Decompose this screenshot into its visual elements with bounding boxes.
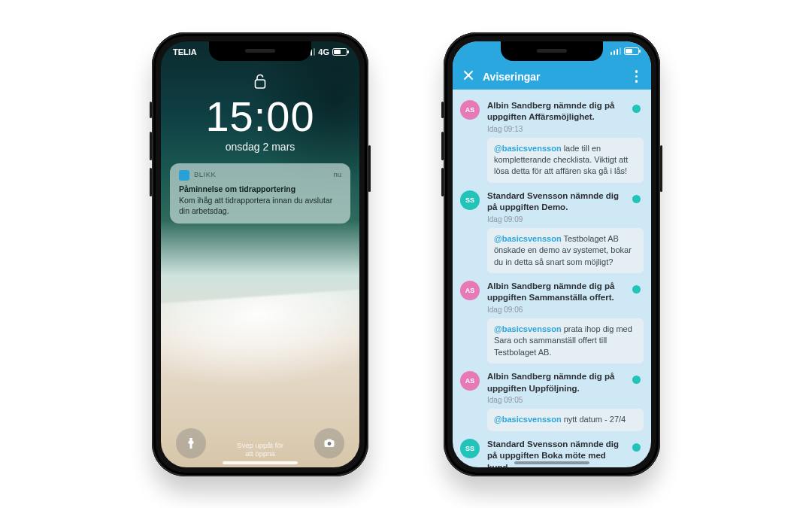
lock-open-icon <box>253 73 267 93</box>
unread-dot-icon <box>632 285 641 294</box>
volume-down-button[interactable] <box>441 168 444 196</box>
unread-dot-icon <box>632 105 641 113</box>
mention: @basicsvensson <box>494 415 562 424</box>
clock-date: onsdag 2 mars <box>226 141 295 153</box>
notification-timestamp: Idag 09:13 <box>487 125 644 133</box>
notification-app-name: BLIKK <box>194 170 216 180</box>
mention: @basicsvensson <box>494 144 562 153</box>
notification-message: @basicsvensson nytt datum - 27/4 <box>487 409 644 430</box>
volume-up-button[interactable] <box>150 132 152 160</box>
power-button[interactable] <box>660 145 662 192</box>
notification-item[interactable]: ASAlbin Sandberg nämnde dig på uppgiften… <box>460 367 644 433</box>
avatar: SS <box>460 439 480 458</box>
mention: @basicsvensson <box>494 324 562 333</box>
volume-down-button[interactable] <box>150 168 152 196</box>
notification-body: Kom ihåg att tidrapportera innan du avsl… <box>179 195 341 216</box>
volume-up-button[interactable] <box>441 132 444 160</box>
unread-dot-icon <box>632 195 641 203</box>
notification-timestamp: Idag 09:09 <box>487 215 644 224</box>
battery-icon <box>624 47 639 55</box>
network-label: 4G <box>318 47 329 56</box>
app-icon <box>179 170 189 181</box>
notification-item[interactable]: ASAlbin Sandberg nämnde dig på uppgiften… <box>460 96 644 186</box>
notification-title: Albin Sandberg nämnde dig på uppgiften U… <box>487 371 644 394</box>
power-button[interactable] <box>368 145 371 192</box>
notification-message: @basicsvensson prata ihop dig med Sara o… <box>487 318 644 364</box>
carrier-label: TELIA <box>173 47 197 56</box>
avatar: AS <box>460 371 480 391</box>
notification-item[interactable]: SSStandard Svensson nämnde dig på uppgif… <box>460 186 644 276</box>
notification-timestamp: Idag 09:06 <box>487 306 644 314</box>
phone-app: Aviseringar ASAlbin Sandberg nämnde dig … <box>444 32 660 476</box>
close-button[interactable] <box>463 70 474 84</box>
avatar: AS <box>460 100 480 120</box>
unread-dot-icon <box>632 443 641 452</box>
notification-title: Påminnelse om tidrapportering <box>179 184 341 194</box>
mute-switch[interactable] <box>441 102 444 118</box>
lockscreen-notification[interactable]: BLIKK nu Påminnelse om tidrapportering K… <box>170 163 350 224</box>
mention: @basicsvensson <box>494 234 562 243</box>
notification-list[interactable]: ASAlbin Sandberg nämnde dig på uppgiften… <box>453 90 651 467</box>
notification-title: Albin Sandberg nämnde dig på uppgiften A… <box>487 100 644 123</box>
signal-icon <box>611 47 622 55</box>
notification-timestamp: Idag 09:05 <box>487 396 644 404</box>
avatar: AS <box>460 281 480 300</box>
notification-message: @basicsvensson Testbolaget AB önskade en… <box>487 228 644 273</box>
notification-title: Albin Sandberg nämnde dig på uppgiften S… <box>487 281 644 304</box>
home-indicator[interactable] <box>514 461 589 464</box>
notification-timestamp: nu <box>333 170 341 180</box>
notification-message: @basicsvensson lade till en kompletteran… <box>487 138 644 183</box>
mute-switch[interactable] <box>150 102 152 118</box>
more-menu-button[interactable] <box>632 67 641 86</box>
notification-item[interactable]: ASAlbin Sandberg nämnde dig på uppgiften… <box>460 276 644 367</box>
notification-title: Standard Svensson nämnde dig på uppgifte… <box>487 190 644 214</box>
svg-rect-0 <box>256 80 265 88</box>
battery-icon <box>332 48 347 56</box>
phone-lockscreen: TELIA 4G 15:00 onsdag 2 mars <box>152 32 368 476</box>
clock-time: 15:00 <box>205 96 314 138</box>
avatar: SS <box>460 190 480 210</box>
header-title: Aviseringar <box>483 71 632 83</box>
